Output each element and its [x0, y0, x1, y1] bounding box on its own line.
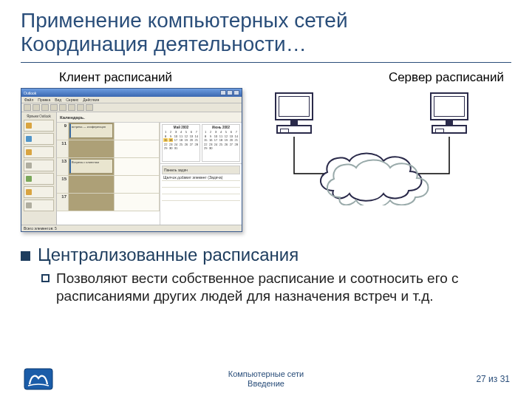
task-row [162, 181, 240, 188]
bullet-text: Централизованные расписания [38, 245, 299, 265]
cal-title: Июнь 2002 [203, 126, 239, 129]
cal-title: Май 2002 [163, 126, 199, 129]
network-cloud-icon [313, 148, 431, 205]
app-toolbar [21, 103, 242, 112]
mini-calendar: Июнь 2002 123456789101112131415161718192… [202, 124, 240, 162]
slide-footer: Компьютерные сети Введение 27 из 31 [0, 368, 532, 390]
tasks-panel: Панель задач Щелчок добавит элемент (Зад… [160, 164, 242, 225]
schedule-grid: 9 встреча — конференция 11 [57, 123, 160, 225]
sidebar-item [24, 173, 54, 185]
menu-actions: Действия [83, 98, 99, 102]
contacts-icon [26, 163, 32, 168]
maximize-icon [227, 90, 233, 95]
bullet-text: Позволяют вести собственное расписание и… [56, 270, 511, 305]
sidebar-item [24, 133, 54, 145]
task-row [162, 188, 240, 194]
mini-calendar: Май 2002 1234567891011121314151617181920… [162, 124, 200, 162]
appointment: Встреча с клиентом [69, 159, 113, 174]
menu-view: Вид [55, 98, 61, 102]
outlook-today-icon [26, 123, 32, 129]
toolbar-icon [24, 104, 31, 111]
mini-calendars: Май 2002 1234567891011121314151617181920… [160, 123, 242, 164]
appointment: встреча — конференция [69, 123, 113, 138]
menu-file: Файл [24, 98, 33, 102]
footer-title: Компьютерные сети [228, 369, 304, 378]
menu-tools: Сервис [66, 98, 78, 102]
time-label: 13 [57, 158, 69, 175]
hollow-square-bullet-icon [41, 274, 50, 282]
toolbar-icon [33, 104, 40, 111]
toolbar-icon [59, 104, 66, 111]
bullet-level-2: Позволяют вести собственное расписание и… [41, 270, 511, 305]
toolbar-icon [50, 104, 58, 111]
notes-icon [26, 189, 32, 195]
slide-title: Применение компьютерных сетей Координаци… [21, 9, 511, 63]
time-label: 17 [57, 194, 69, 211]
square-bullet-icon [21, 251, 30, 261]
toolbar-icon [68, 104, 75, 111]
menu-edit: Правка [38, 98, 50, 102]
time-label: 15 [57, 176, 69, 193]
app-menubar: Файл Правка Вид Сервис Действия [21, 97, 242, 103]
inbox-icon [26, 136, 32, 142]
tasks-hint: Щелчок добавит элемент (Задача) [162, 174, 240, 181]
sidebar-item [24, 200, 54, 211]
illustration-row: Клиент расписаний Outlook Файл Правка Ви… [21, 70, 511, 233]
calendar-app-screenshot: Outlook Файл Правка Вид Сервис Действия [21, 88, 242, 232]
network-diagram [250, 92, 511, 218]
bullet-level-1: Централизованные расписания [21, 245, 511, 265]
sidebar-item [24, 146, 54, 158]
toolbar-icon [41, 104, 49, 111]
sidebar-header: Ярлыки Outlook [24, 115, 54, 118]
title-line-1: Применение компьютерных сетей [21, 9, 348, 32]
app-titlebar: Outlook [21, 89, 242, 97]
app-title: Outlook [24, 91, 36, 95]
sidebar: Ярлыки Outlook [21, 112, 57, 225]
toolbar-icon [86, 104, 93, 111]
minimize-icon [220, 90, 226, 95]
sidebar-item [24, 186, 54, 198]
calendar-icon [26, 149, 32, 155]
tasks-header: Панель задач [162, 166, 240, 174]
status-bar: Всего элементов: 5 [21, 225, 242, 231]
footer-subtitle: Введение [248, 379, 284, 388]
sidebar-item [24, 120, 54, 132]
time-label: 9 [57, 123, 69, 140]
deleted-icon [26, 202, 32, 208]
server-label: Сервер расписаний [250, 70, 504, 85]
toolbar-icon [77, 104, 84, 111]
title-line-2: Координация деятельности… [21, 33, 307, 55]
close-icon [233, 90, 239, 95]
main-header: Календарь. [57, 112, 242, 123]
tasks-icon [26, 176, 32, 182]
time-label: 11 [57, 140, 69, 157]
footer-center: Компьютерные сети Введение [0, 369, 532, 389]
client-label: Клиент расписаний [59, 70, 242, 85]
sidebar-item [24, 160, 54, 171]
task-row [162, 194, 240, 201]
